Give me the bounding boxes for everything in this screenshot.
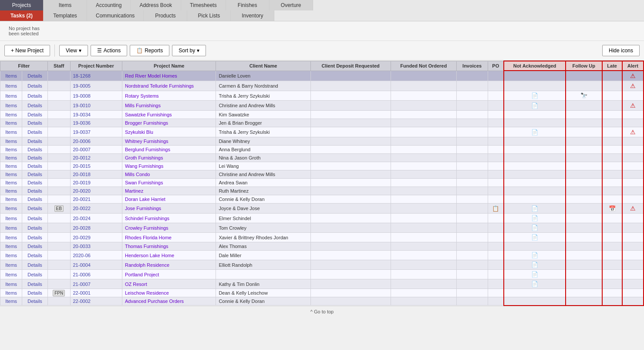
details-link[interactable]: Details [22,223,48,233]
items-link[interactable]: Items [0,297,22,306]
project-name-cell[interactable]: Rhodes Florida Home [122,233,216,242]
hide-icons-button[interactable]: Hide icons [602,45,640,56]
project-number-cell[interactable]: 19-0037 [70,127,122,137]
project-name-cell[interactable]: Mills Condo [122,170,216,179]
details-link[interactable]: Details [22,204,48,214]
items-link[interactable]: Items [0,289,22,297]
details-link[interactable]: Details [22,289,48,297]
project-name-cell[interactable]: Groth Furnishings [122,154,216,162]
project-name-cell[interactable]: Henderson Lake Home [122,251,216,260]
project-number-cell[interactable]: 2020-06 [70,251,122,260]
details-link[interactable]: Details [22,260,48,270]
project-number-cell[interactable]: 20-0015 [70,162,122,170]
project-name-cell[interactable]: Mills Furnishings [122,101,216,111]
project-name-cell[interactable]: Szykulski Blu [122,127,216,137]
details-link[interactable]: Details [22,137,48,146]
items-link[interactable]: Items [0,251,22,260]
items-link[interactable]: Items [0,127,22,137]
details-link[interactable]: Details [22,195,48,204]
project-number-cell[interactable]: 22-0002 [70,297,122,306]
items-link[interactable]: Items [0,179,22,187]
project-number-cell[interactable]: 20-0007 [70,146,122,154]
project-number-cell[interactable]: 20-0024 [70,214,122,223]
nav-tab-finishes[interactable]: Finishes [226,0,270,10]
items-link[interactable]: Items [0,111,22,119]
project-name-cell[interactable]: OZ Resort [122,279,216,289]
project-number-cell[interactable]: 20-0022 [70,204,122,214]
items-link[interactable]: Items [0,195,22,204]
project-name-cell[interactable]: Martinez [122,187,216,195]
project-number-cell[interactable]: 18-1268 [70,71,122,81]
items-link[interactable]: Items [0,242,22,251]
details-link[interactable]: Details [22,101,48,111]
details-link[interactable]: Details [22,119,48,127]
project-name-cell[interactable]: Advanced Purchase Orders [122,297,216,306]
project-name-cell[interactable]: Thomas Furnishings [122,242,216,251]
project-name-cell[interactable]: Brogger Furnishings [122,119,216,127]
items-link[interactable]: Items [0,279,22,289]
items-link[interactable]: Items [0,204,22,214]
details-link[interactable]: Details [22,154,48,162]
project-name-cell[interactable]: Whitney Furnishings [122,137,216,146]
items-link[interactable]: Items [0,233,22,242]
project-number-cell[interactable]: 19-0036 [70,119,122,127]
project-number-cell[interactable]: 19-0010 [70,101,122,111]
project-number-cell[interactable]: 21-0006 [70,270,122,279]
nav-tab-pick-lists[interactable]: Pick Lists [187,10,231,21]
actions-button[interactable]: ☰ Actions [91,45,127,56]
project-number-cell[interactable]: 20-0033 [70,242,122,251]
details-link[interactable]: Details [22,91,48,101]
items-link[interactable]: Items [0,119,22,127]
project-number-cell[interactable]: 21-0004 [70,260,122,270]
details-link[interactable]: Details [22,187,48,195]
details-link[interactable]: Details [22,251,48,260]
nav-tab-inventory[interactable]: Inventory [231,10,274,21]
nav-tab-items[interactable]: Items [44,0,87,10]
details-link[interactable]: Details [22,111,48,119]
details-link[interactable]: Details [22,233,48,242]
new-project-button[interactable]: + New Project [4,45,50,56]
project-number-cell[interactable]: 22-0001 [70,289,122,297]
project-name-cell[interactable]: Sawatzke Furnishings [122,111,216,119]
project-name-cell[interactable]: Jose Furnishings [122,204,216,214]
items-link[interactable]: Items [0,187,22,195]
items-link[interactable]: Items [0,260,22,270]
project-name-cell[interactable]: Schindel Furnishings [122,214,216,223]
project-number-cell[interactable]: 19-0034 [70,111,122,119]
items-link[interactable]: Items [0,170,22,179]
items-link[interactable]: Items [0,81,22,91]
nav-tab-products[interactable]: Products [144,10,187,21]
items-link[interactable]: Items [0,91,22,101]
project-number-cell[interactable]: 20-0018 [70,170,122,179]
details-link[interactable]: Details [22,179,48,187]
project-number-cell[interactable]: 19-0005 [70,81,122,91]
nav-tab-accounting[interactable]: Accounting [87,0,131,10]
nav-tab-address-book[interactable]: Address Book [131,0,181,10]
project-number-cell[interactable]: 20-0006 [70,137,122,146]
project-number-cell[interactable]: 20-0012 [70,154,122,162]
project-name-cell[interactable]: Rotary Systems [122,91,216,101]
project-number-cell[interactable]: 21-0007 [70,279,122,289]
details-link[interactable]: Details [22,270,48,279]
items-link[interactable]: Items [0,146,22,154]
nav-tab-overture[interactable]: Overture [270,0,313,10]
details-link[interactable]: Details [22,127,48,137]
items-link[interactable]: Items [0,101,22,111]
project-number-cell[interactable]: 20-0021 [70,195,122,204]
details-link[interactable]: Details [22,71,48,81]
project-name-cell[interactable]: Crowley Furnishings [122,223,216,233]
details-link[interactable]: Details [22,214,48,223]
project-name-cell[interactable]: Leischow Residence [122,289,216,297]
view-button[interactable]: View ▾ [59,45,88,56]
project-number-cell[interactable]: 20-0028 [70,223,122,233]
nav-tab-communications[interactable]: Communications [87,10,144,21]
items-link[interactable]: Items [0,71,22,81]
details-link[interactable]: Details [22,81,48,91]
nav-tab-tasks[interactable]: Tasks (2) [0,10,44,21]
details-link[interactable]: Details [22,170,48,179]
sort-by-button[interactable]: Sort by ▾ [172,45,206,56]
items-link[interactable]: Items [0,162,22,170]
project-name-cell[interactable]: Swan Furnishings [122,179,216,187]
project-name-cell[interactable]: Wang Furnishings [122,162,216,170]
details-link[interactable]: Details [22,242,48,251]
